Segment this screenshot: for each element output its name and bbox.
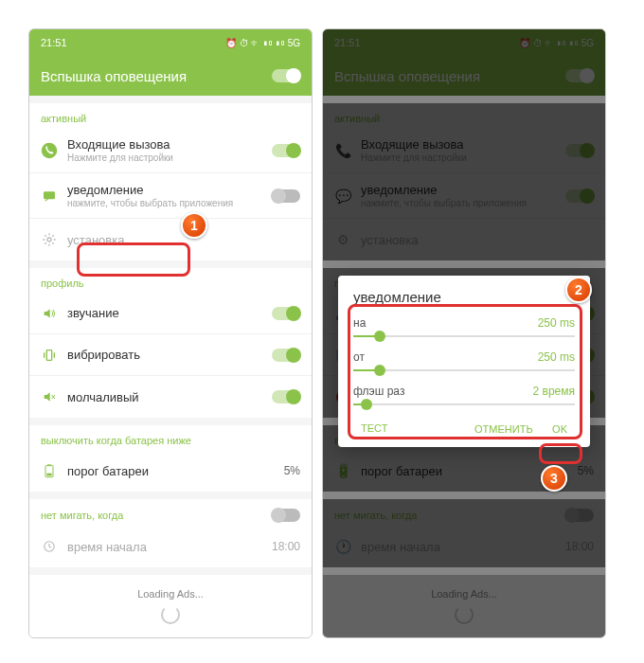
chat-icon	[41, 188, 58, 205]
ads-label: Loading Ads...	[137, 588, 204, 600]
svg-point-0	[42, 142, 58, 158]
app-header: Вспышка оповещения	[29, 56, 312, 96]
status-time: 21:51	[41, 37, 67, 48]
test-button[interactable]: тест	[353, 419, 395, 438]
modal-actions: тест ОТМЕНИТЬ OK	[353, 419, 575, 438]
row-threshold[interactable]: порог батареи 5%	[29, 450, 312, 492]
header-title: Вспышка оповещения	[41, 68, 187, 84]
silent-toggle[interactable]	[272, 390, 300, 403]
gear-icon	[41, 231, 58, 248]
ok-button[interactable]: OK	[545, 420, 575, 439]
cancel-button[interactable]: ОТМЕНИТЬ	[467, 420, 541, 439]
annotation-badge-2: 2	[565, 277, 592, 303]
row-sound[interactable]: звучание	[29, 293, 312, 334]
slider-times[interactable]	[353, 403, 575, 405]
row-vibrate-label: вибрировать	[67, 348, 262, 362]
svg-rect-5	[47, 464, 51, 465]
sound-icon	[41, 305, 58, 322]
row-setup[interactable]: установка	[29, 219, 312, 260]
row-incoming-text: Входящие вызова Нажмите для настройки	[67, 137, 262, 163]
vibrate-toggle[interactable]	[272, 349, 300, 362]
noflash-toggle[interactable]	[272, 509, 300, 522]
row-incoming[interactable]: Входящие вызова Нажмите для настройки	[29, 128, 312, 173]
section-battery: выключить когда батарея ниже порог батар…	[29, 425, 312, 492]
slider-off[interactable]	[353, 369, 575, 371]
section-noflash: нет мигать, когда время начала 18:00	[29, 499, 312, 567]
row-start-val: 18:00	[272, 540, 300, 553]
modal-title: уведомление	[353, 289, 575, 305]
slider-on-val: 250 ms	[538, 316, 575, 330]
slider-off-label: от	[353, 350, 365, 364]
annotation-badge-1: 1	[181, 212, 207, 239]
master-toggle[interactable]	[272, 69, 300, 82]
row-silent[interactable]: молчаливый	[29, 376, 312, 418]
phone-icon	[41, 142, 58, 159]
row-start[interactable]: время начала 18:00	[29, 526, 312, 567]
row-start-label: время начала	[67, 540, 262, 554]
status-bar: 21:51 ⏰ ⏱ ᯤ ▮▯ ▮▯ 5G	[29, 29, 312, 56]
row-notif[interactable]: уведомление нажмите, чтобы выбрать прило…	[29, 173, 312, 219]
phone-left: 21:51 ⏰ ⏱ ᯤ ▮▯ ▮▯ 5G Вспышка оповещения …	[28, 28, 313, 638]
section-noflash-label: нет мигать, когда	[41, 510, 123, 521]
section-active: активный Входящие вызова Нажмите для нас…	[29, 103, 312, 260]
section-active-label: активный	[29, 103, 312, 128]
svg-rect-6	[46, 474, 51, 476]
slider-on-label: на	[353, 316, 366, 330]
spinner-icon	[161, 605, 180, 624]
ads-panel: Loading Ads...	[29, 575, 312, 637]
notif-toggle[interactable]	[272, 189, 300, 203]
svg-rect-3	[46, 349, 51, 360]
section-profile: профиль звучание вибрировать молчаливый	[29, 268, 312, 418]
row-sound-label: звучание	[67, 306, 262, 320]
incoming-toggle[interactable]	[272, 144, 300, 157]
row-vibrate[interactable]: вибрировать	[29, 334, 312, 376]
clock-icon	[41, 538, 58, 555]
row-threshold-val: 5%	[284, 464, 300, 477]
sound-toggle[interactable]	[272, 307, 300, 320]
annotation-badge-3: 3	[541, 465, 567, 492]
status-icons: ⏰ ⏱ ᯤ ▮▯ ▮▯ 5G	[225, 38, 300, 48]
slider-on[interactable]	[353, 335, 575, 337]
svg-point-2	[47, 238, 51, 242]
phone-right: 21:51 ⏰ ⏱ ᯤ ▮▯ ▮▯ 5G Вспышка оповещения …	[322, 28, 606, 638]
slider-off-val: 250 ms	[538, 350, 575, 364]
row-threshold-label: порог батареи	[67, 464, 275, 478]
row-notif-text: уведомление нажмите, чтобы выбрать прило…	[67, 183, 262, 208]
slider-times-val: 2 время	[533, 385, 575, 398]
section-battery-label: выключить когда батарея ниже	[29, 425, 312, 450]
battery-icon	[41, 462, 58, 479]
mute-icon	[41, 388, 58, 405]
notification-modal: уведомление на250 ms от250 ms флэш раз2 …	[338, 276, 590, 447]
svg-rect-1	[44, 191, 55, 199]
slider-times-label: флэш раз	[353, 385, 404, 398]
row-silent-label: молчаливый	[67, 390, 262, 404]
section-profile-label: профиль	[29, 268, 312, 293]
vibrate-icon	[41, 347, 58, 364]
